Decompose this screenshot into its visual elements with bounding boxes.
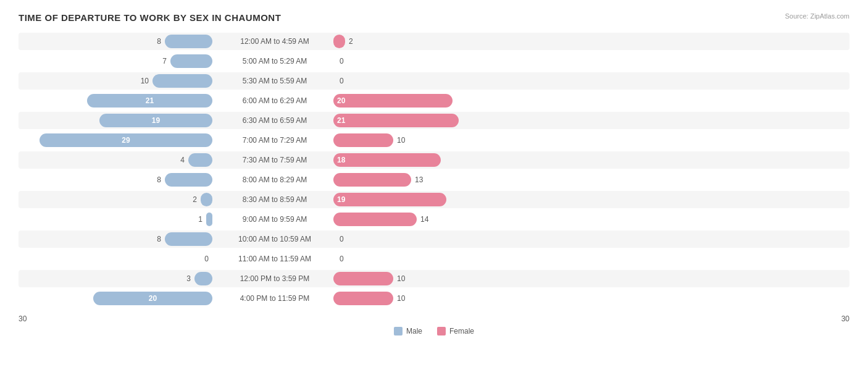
male-value-outside: 7 bbox=[158, 57, 170, 65]
female-bar bbox=[333, 35, 345, 48]
left-section: 21 bbox=[19, 94, 216, 108]
female-bar: 19 bbox=[333, 193, 446, 206]
male-bar-wrap: 20 bbox=[19, 292, 212, 305]
time-label: 5:30 AM to 5:59 AM bbox=[216, 77, 333, 85]
legend-female: Female bbox=[437, 327, 474, 335]
male-bar bbox=[165, 232, 212, 246]
male-value-outside: 2 bbox=[188, 195, 201, 204]
left-section: 7 bbox=[19, 54, 216, 68]
male-value-outside: 8 bbox=[152, 235, 165, 243]
left-section: 2 bbox=[19, 193, 216, 206]
time-label: 12:00 PM to 3:59 PM bbox=[216, 274, 333, 283]
right-section: 18 bbox=[333, 153, 849, 167]
time-label: 8:00 AM to 8:29 AM bbox=[216, 175, 333, 184]
male-value-outside: 10 bbox=[137, 77, 152, 85]
male-value-outside: 8 bbox=[152, 37, 165, 46]
male-bar-wrap: 19 bbox=[19, 114, 212, 127]
female-value-outside: 10 bbox=[393, 274, 409, 283]
time-label: 5:00 AM to 5:29 AM bbox=[216, 57, 333, 65]
female-value-outside: 0 bbox=[336, 77, 348, 85]
male-swatch bbox=[394, 327, 403, 335]
male-value-inside: 21 bbox=[142, 96, 157, 105]
right-section: 2 bbox=[333, 35, 849, 48]
bar-row: 8 12:00 AM to 4:59 AM 2 bbox=[19, 33, 849, 50]
left-section: 8 bbox=[19, 232, 216, 246]
female-label: Female bbox=[449, 327, 474, 335]
male-bar-wrap: 8 bbox=[19, 232, 212, 246]
male-bar bbox=[194, 272, 212, 285]
left-section: 0 bbox=[19, 255, 216, 263]
male-value-outside: 3 bbox=[182, 274, 194, 283]
bar-row: 3 12:00 PM to 3:59 PM 10 bbox=[19, 270, 849, 287]
male-label: Male bbox=[406, 327, 422, 335]
female-bar bbox=[333, 133, 393, 147]
legend: Male Female bbox=[19, 327, 849, 335]
female-value-inside: 21 bbox=[333, 116, 349, 125]
right-section: 10 bbox=[333, 292, 849, 305]
left-section: 20 bbox=[19, 292, 216, 305]
male-bar: 20 bbox=[93, 292, 212, 305]
male-bar-wrap: 8 bbox=[19, 173, 212, 187]
time-label: 12:00 AM to 4:59 AM bbox=[216, 37, 333, 46]
male-value-inside: 29 bbox=[118, 136, 133, 145]
male-bar bbox=[201, 193, 212, 206]
right-section: 10 bbox=[333, 272, 849, 285]
male-bar: 29 bbox=[40, 133, 212, 147]
chart-title: TIME OF DEPARTURE TO WORK BY SEX IN CHAU… bbox=[19, 12, 849, 23]
right-section: 0 bbox=[333, 255, 849, 263]
female-value-outside: 10 bbox=[393, 294, 409, 303]
right-section: 0 bbox=[333, 77, 849, 85]
female-value-inside: 18 bbox=[333, 156, 349, 164]
female-value-outside: 2 bbox=[345, 37, 357, 46]
time-label: 9:00 AM to 9:59 AM bbox=[216, 215, 333, 224]
left-section: 29 bbox=[19, 133, 216, 147]
left-section: 4 bbox=[19, 153, 216, 167]
male-bar-wrap: 10 bbox=[19, 74, 212, 88]
right-section: 0 bbox=[333, 57, 849, 65]
female-value-inside: 19 bbox=[333, 195, 349, 204]
left-section: 8 bbox=[19, 173, 216, 187]
male-bar bbox=[152, 74, 212, 88]
male-value-outside: 4 bbox=[176, 156, 188, 164]
bar-row: 1 9:00 AM to 9:59 AM 14 bbox=[19, 211, 849, 228]
left-section: 10 bbox=[19, 74, 216, 88]
male-bar bbox=[170, 54, 212, 68]
female-bar bbox=[333, 173, 411, 187]
bar-row: 10 5:30 AM to 5:59 AM 0 bbox=[19, 72, 849, 90]
axis-labels: 30 30 bbox=[19, 310, 849, 323]
female-value-inside: 20 bbox=[333, 96, 349, 105]
right-section: 0 bbox=[333, 235, 849, 243]
bar-row: 8 8:00 AM to 8:29 AM 13 bbox=[19, 171, 849, 188]
time-label: 6:00 AM to 6:29 AM bbox=[216, 96, 333, 105]
left-section: 19 bbox=[19, 114, 216, 127]
left-section: 3 bbox=[19, 272, 216, 285]
female-bar: 20 bbox=[333, 94, 453, 108]
time-label: 4:00 PM to 11:59 PM bbox=[216, 294, 333, 303]
bar-row: 7 5:00 AM to 5:29 AM 0 bbox=[19, 53, 849, 70]
male-bar bbox=[165, 35, 212, 48]
male-bar-wrap: 3 bbox=[19, 272, 212, 285]
male-value-inside: 19 bbox=[148, 116, 164, 125]
female-bar: 21 bbox=[333, 114, 459, 127]
female-value-outside: 0 bbox=[336, 235, 348, 243]
axis-right-label: 30 bbox=[841, 314, 849, 323]
male-bar bbox=[165, 173, 212, 187]
time-label: 10:00 AM to 10:59 AM bbox=[216, 235, 333, 243]
right-section: 20 bbox=[333, 94, 849, 108]
female-value-outside: 0 bbox=[336, 57, 348, 65]
right-section: 14 bbox=[333, 213, 849, 226]
right-section: 13 bbox=[333, 173, 849, 187]
female-bar: 18 bbox=[333, 153, 441, 167]
time-label: 7:30 AM to 7:59 AM bbox=[216, 156, 333, 164]
male-bar-wrap: 29 bbox=[19, 133, 212, 147]
male-bar bbox=[206, 213, 212, 226]
male-value-outside: 0 bbox=[200, 255, 212, 263]
bar-row: 19 6:30 AM to 6:59 AM 21 bbox=[19, 112, 849, 129]
chart-container: TIME OF DEPARTURE TO WORK BY SEX IN CHAU… bbox=[0, 0, 868, 360]
female-bar bbox=[333, 272, 393, 285]
male-value-outside: 1 bbox=[194, 215, 206, 224]
male-bar-wrap: 0 bbox=[19, 255, 212, 263]
male-value-inside: 20 bbox=[145, 294, 161, 303]
female-value-outside: 0 bbox=[336, 255, 348, 263]
bar-row: 8 10:00 AM to 10:59 AM 0 bbox=[19, 230, 849, 248]
